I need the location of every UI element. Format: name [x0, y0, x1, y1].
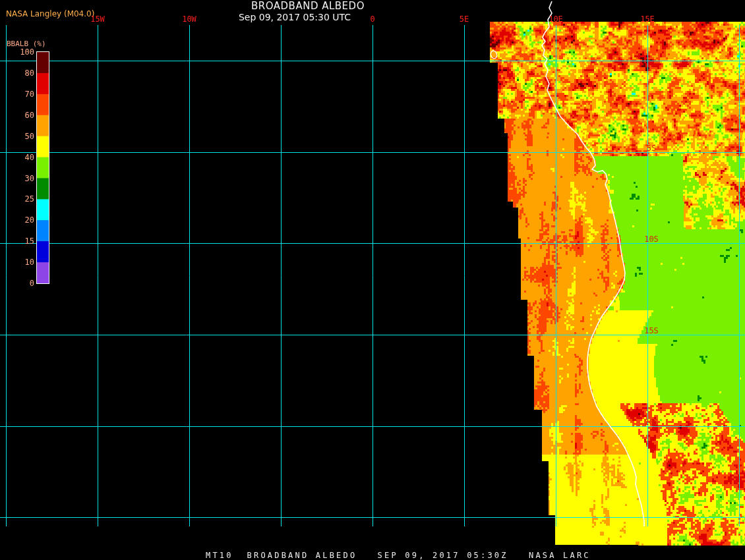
legend-tick-value: 30 [0, 175, 34, 182]
legend-tick-value: 50 [0, 132, 34, 140]
legend-tick-value: 15 [0, 237, 34, 245]
legend-tick-value: 80 [0, 69, 34, 77]
lon-label-15E: 15E [640, 15, 655, 23]
legend-tick-value: 100 [0, 48, 34, 56]
legend-tick-value: 40 [0, 154, 34, 161]
albedo-map-canvas [0, 0, 745, 560]
page-title: BROADBAND ALBEDO [251, 1, 365, 11]
timestamp-subtitle: Sep 09, 2017 05:30 UTC [239, 13, 351, 22]
lon-label-0: 0 [370, 15, 374, 23]
legend-tick-value: 10 [0, 258, 34, 266]
legend-tick-value: 20 [0, 216, 34, 224]
legend-tick-value: 25 [0, 195, 34, 203]
legend-title: BBALB (%) [7, 40, 46, 47]
lat-label-15S: 15S [644, 327, 659, 335]
lon-label-15W: 15W [90, 15, 105, 23]
lat-label-10S: 10S [644, 235, 659, 243]
lon-label-5E: 5E [460, 15, 469, 23]
footer-caption: MT10 BROADBAND ALBEDO SEP 09, 2017 05:30… [206, 551, 591, 559]
lat-label-20S: 20S [644, 418, 659, 426]
lon-label-10E: 10E [549, 15, 563, 23]
nasa-langley-credit: NASA Langley (M04.0) [6, 10, 94, 18]
legend-tick-value: 0 [0, 279, 34, 287]
lon-label-10W: 10W [182, 15, 196, 23]
lat-label-5S: 5S [647, 144, 656, 152]
albedo-visualization: NASA Langley (M04.0) BROADBAND ALBEDO Se… [0, 0, 745, 560]
legend-tick-value: 70 [0, 90, 34, 98]
legend-tick-value: 60 [0, 111, 34, 119]
